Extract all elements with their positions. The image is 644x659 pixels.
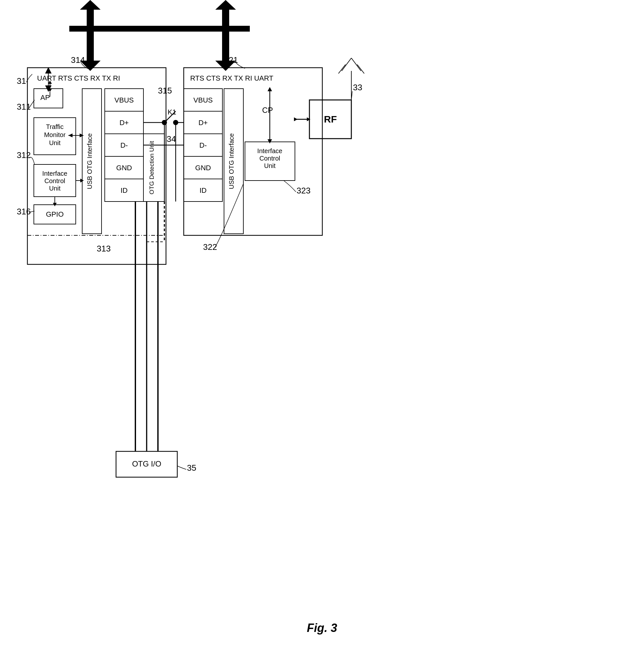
ref-314: 314 bbox=[71, 55, 85, 65]
svg-rect-12 bbox=[184, 68, 322, 235]
ref-313: 313 bbox=[97, 244, 111, 253]
svg-line-24 bbox=[339, 65, 346, 73]
ref-34: 34 bbox=[167, 134, 176, 144]
id-left-label: ID bbox=[120, 186, 128, 195]
dplus-right-label: D+ bbox=[199, 119, 208, 127]
usb-otg-right-label: USB OTG Interface bbox=[228, 133, 235, 189]
interface-control-right-line2: Control bbox=[259, 155, 280, 162]
diagram-container: UART RTS CTS RX TX RI AP Traffic Monitor… bbox=[0, 0, 644, 659]
uart-label-left: UART RTS CTS RX TX RI bbox=[37, 74, 120, 82]
svg-marker-39 bbox=[215, 0, 236, 10]
svg-line-25 bbox=[357, 65, 364, 73]
interface-control-left-line3: Unit bbox=[49, 185, 61, 192]
svg-line-23 bbox=[351, 58, 361, 71]
interface-control-left-line2: Control bbox=[45, 177, 65, 184]
ref-321: 321 bbox=[224, 55, 238, 65]
traffic-monitor-label-line1: Traffic bbox=[46, 123, 64, 130]
interface-control-right-line1: Interface bbox=[257, 147, 282, 155]
gpio-label: GPIO bbox=[46, 210, 64, 218]
ref-311: 311 bbox=[17, 102, 31, 112]
cp-label: CP bbox=[262, 106, 273, 114]
svg-marker-46 bbox=[79, 134, 84, 137]
traffic-monitor-label-line2: Monitor bbox=[44, 131, 66, 138]
rf-label: RF bbox=[324, 114, 337, 124]
traffic-monitor-label-line3: Unit bbox=[49, 139, 61, 146]
interface-control-right-line3: Unit bbox=[264, 162, 276, 169]
ref-316: 316 bbox=[17, 207, 31, 216]
ref-312: 312 bbox=[17, 150, 31, 160]
svg-marker-70 bbox=[268, 139, 272, 143]
interface-control-left-line1: Interface bbox=[42, 170, 67, 177]
ref-33: 33 bbox=[353, 83, 362, 92]
ref-315: 315 bbox=[158, 86, 172, 95]
gnd-right-label: GND bbox=[195, 164, 211, 172]
otg-detection-label: OTG Detection Unit bbox=[148, 141, 155, 194]
gnd-left-label: GND bbox=[116, 164, 132, 172]
fig-label: Fig. 3 bbox=[307, 621, 337, 635]
svg-marker-43 bbox=[48, 89, 52, 92]
vbus-right-label: VBUS bbox=[193, 96, 213, 104]
otg-io-label: OTG I/O bbox=[132, 459, 161, 468]
vbus-left-label: VBUS bbox=[114, 96, 134, 104]
svg-marker-71 bbox=[268, 87, 272, 91]
dminus-left-label: D- bbox=[120, 141, 128, 149]
id-right-label: ID bbox=[200, 186, 207, 195]
dminus-right-label: D- bbox=[199, 141, 207, 149]
svg-marker-35 bbox=[80, 0, 100, 10]
usb-otg-left-label: USB OTG Interface bbox=[86, 133, 93, 189]
dplus-left-label: D+ bbox=[120, 119, 129, 127]
ref-323: 323 bbox=[297, 186, 310, 196]
ref-31: 31 bbox=[17, 76, 26, 86]
k1-label: K1 bbox=[168, 108, 176, 116]
ref-35: 35 bbox=[187, 463, 196, 473]
uart-label-right: RTS CTS RX TX RI UART bbox=[190, 74, 273, 82]
svg-line-22 bbox=[342, 58, 351, 71]
ap-label: AP bbox=[40, 93, 50, 101]
